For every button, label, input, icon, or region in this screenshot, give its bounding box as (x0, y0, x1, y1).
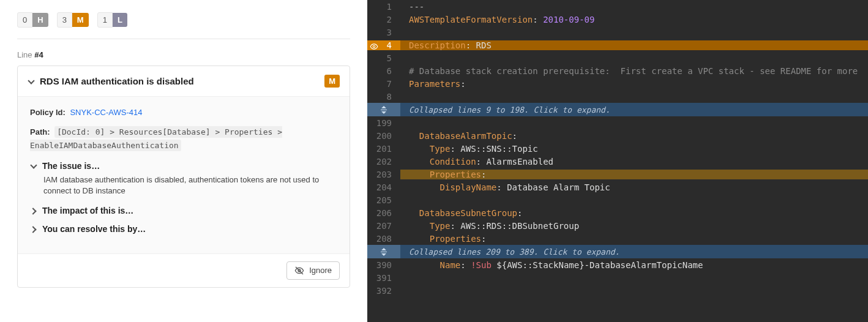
line-marker-value: #4 (34, 50, 43, 59)
code-line[interactable]: 8 (367, 90, 868, 103)
code-line[interactable]: 200 DatabaseAlarmTopic: (367, 129, 868, 142)
code-line[interactable]: 201 Type: AWS::SNS::Topic (367, 142, 868, 155)
line-number: 204 (367, 182, 400, 192)
code-line[interactable]: 390 Name: !Sub ${AWS::StackName}-Databas… (367, 258, 868, 271)
code-content: Type: AWS::RDS::DBSubnetGroup (400, 221, 868, 231)
collapsed-text: Collapsed lines 9 to 198. Click to expan… (400, 105, 610, 114)
code-line[interactable]: 7Parameters: (367, 77, 868, 90)
section-resolve-title: You can resolve this by… (42, 224, 146, 234)
section-resolve-header[interactable]: You can resolve this by… (30, 224, 337, 234)
code-line[interactable]: 205 (367, 193, 868, 206)
code-editor[interactable]: 1---2AWSTemplateFormatVersion: 2010-09-0… (367, 0, 868, 322)
issue-header[interactable]: RDS IAM authentication is disabled M (18, 66, 350, 96)
code-content: Condition: AlarmsEnabled (400, 157, 868, 167)
section-impact-header[interactable]: The impact of this is… (30, 206, 337, 215)
code-line[interactable]: 204 DisplayName: Database Alarm Topic (367, 181, 868, 193)
line-number: 202 (367, 157, 400, 167)
section-issue-is: The issue is… IAM database authenticatio… (30, 161, 337, 197)
severity-badge: M (324, 75, 340, 88)
severity-high-label: H (32, 13, 48, 27)
line-number: 3 (367, 28, 400, 37)
code-line[interactable]: 4Description: RDS (367, 39, 868, 51)
collapsed-region[interactable]: Collapsed lines 9 to 198. Click to expan… (367, 103, 868, 116)
chevron-right-icon (30, 226, 36, 232)
line-number: 206 (367, 208, 400, 218)
code-line[interactable]: 5 (367, 51, 868, 64)
line-number: 208 (367, 234, 400, 244)
line-number: 200 (367, 131, 400, 141)
eye-icon (370, 42, 378, 53)
line-number: 203 (367, 170, 400, 179)
section-impact: The impact of this is… (30, 206, 337, 215)
line-number: 5 (367, 53, 400, 63)
line-number: 199 (367, 118, 400, 128)
code-content: Properties: (400, 170, 868, 179)
policy-id-link[interactable]: SNYK-CC-AWS-414 (70, 108, 142, 117)
line-marker: Line #4 (17, 50, 350, 59)
code-line[interactable]: 199 (367, 116, 868, 129)
line-number: 391 (367, 273, 400, 283)
code-content: DatabaseSubnetGroup: (400, 208, 868, 218)
ignore-label: Ignore (309, 266, 332, 275)
code-line[interactable]: 6# Database stack creation prerequisite:… (367, 64, 868, 77)
code-line[interactable]: 206 DatabaseSubnetGroup: (367, 206, 868, 219)
expand-icon[interactable] (367, 103, 400, 116)
severity-low-label: L (113, 13, 127, 27)
severity-low-count: 1 (97, 12, 113, 28)
path-label: Path: (30, 127, 50, 137)
line-marker-prefix: Line (17, 50, 34, 59)
path-field: Path: [DocId: 0] > Resources[Database] >… (30, 125, 337, 152)
severity-summary: 0 H 3 M 1 L (17, 12, 350, 28)
collapsed-region[interactable]: Collapsed lines 209 to 389. Click to exp… (367, 245, 868, 258)
issue-title: RDS IAM authentication is disabled (40, 76, 194, 86)
severity-low[interactable]: 1 L (97, 12, 127, 28)
policy-id-label: Policy Id: (30, 108, 65, 117)
code-line[interactable]: 208 Properties: (367, 232, 868, 245)
section-impact-title: The impact of this is… (42, 206, 133, 215)
code-content: Description: RDS (400, 40, 868, 50)
code-line[interactable]: 391 (367, 271, 868, 284)
issue-footer: Ignore (18, 253, 350, 287)
expand-icon[interactable] (367, 245, 400, 258)
section-issue-is-body: IAM database authentication is disabled,… (43, 174, 337, 197)
line-number: 2 (367, 15, 400, 24)
severity-high[interactable]: 0 H (17, 12, 48, 28)
code-line[interactable]: 207 Type: AWS::RDS::DBSubnetGroup (367, 219, 868, 232)
severity-high-count: 0 (17, 12, 32, 28)
code-content: DatabaseAlarmTopic: (400, 131, 868, 141)
policy-id-field: Policy Id: SNYK-CC-AWS-414 (30, 108, 337, 117)
section-issue-is-header[interactable]: The issue is… (30, 161, 337, 171)
divider (17, 39, 350, 39)
code-line[interactable]: 2AWSTemplateFormatVersion: 2010-09-09 (367, 13, 868, 26)
svg-point-2 (373, 45, 375, 48)
code-line[interactable]: 1--- (367, 0, 868, 13)
issue-panel: 0 H 3 M 1 L Line #4 RDS IAM authenticati… (0, 0, 367, 322)
ignore-button[interactable]: Ignore (286, 261, 340, 280)
line-number: 7 (367, 79, 400, 89)
line-number: 390 (367, 260, 400, 270)
line-number: 201 (367, 144, 400, 154)
code-content: # Database stack creation prerequisite: … (400, 66, 868, 76)
code-content: --- (400, 2, 868, 12)
line-number: 392 (367, 286, 400, 296)
chevron-down-icon (30, 163, 36, 169)
chevron-right-icon (30, 208, 36, 214)
section-resolve: You can resolve this by… (30, 224, 337, 234)
code-line[interactable]: 202 Condition: AlarmsEnabled (367, 155, 868, 168)
code-line[interactable]: 3 (367, 26, 868, 39)
line-number: 6 (367, 66, 400, 76)
code-line[interactable]: 203 Properties: (367, 168, 868, 181)
code-content: Type: AWS::SNS::Topic (400, 144, 868, 154)
issue-body: Policy Id: SNYK-CC-AWS-414 Path: [DocId:… (18, 96, 350, 253)
code-content: Parameters: (400, 79, 868, 89)
line-number: 1 (367, 2, 400, 12)
line-number: 8 (367, 92, 400, 102)
line-number: 205 (367, 195, 400, 205)
code-content: AWSTemplateFormatVersion: 2010-09-09 (400, 15, 868, 24)
path-value: [DocId: 0] > Resources[Database] > Prope… (30, 126, 282, 151)
code-content: Name: !Sub ${AWS::StackName}-DatabaseAla… (400, 260, 868, 270)
severity-medium-label: M (72, 13, 89, 27)
severity-medium[interactable]: 3 M (57, 12, 89, 28)
code-line[interactable]: 392 (367, 284, 868, 297)
eye-off-icon (294, 266, 304, 275)
